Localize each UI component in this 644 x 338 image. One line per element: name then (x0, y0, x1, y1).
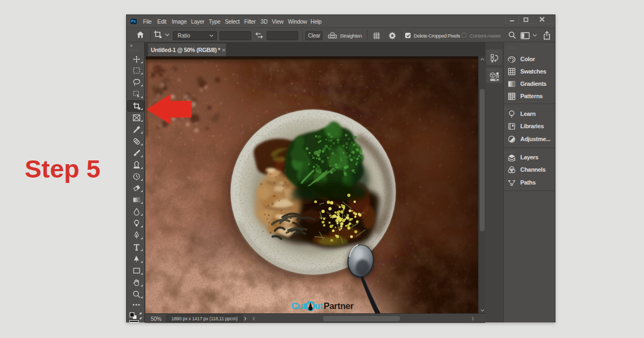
svg-text:Cut: Cut (291, 301, 306, 311)
svg-text:ut: ut (315, 301, 324, 311)
svg-text:Partner: Partner (324, 301, 354, 311)
